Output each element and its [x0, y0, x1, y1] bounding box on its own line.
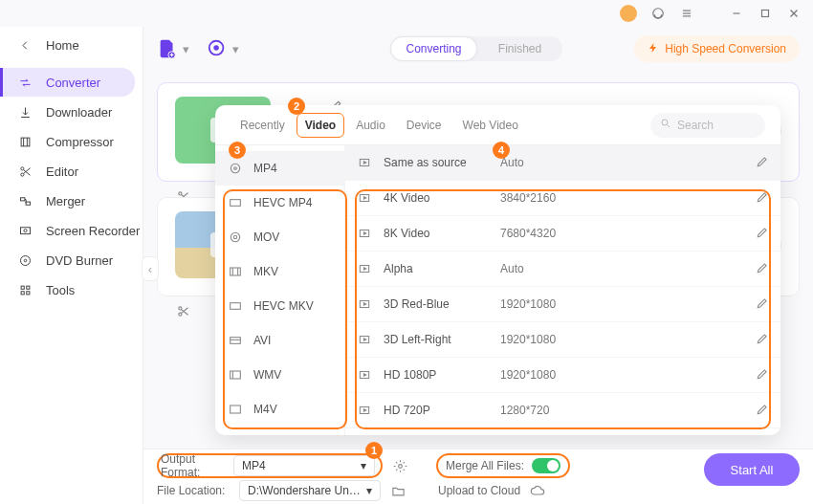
- svg-marker-47: [363, 197, 365, 199]
- tab-web-video[interactable]: Web Video: [453, 111, 528, 140]
- annotation-badge: 3: [229, 142, 246, 159]
- preset-row[interactable]: Same as sourceAuto: [345, 145, 780, 181]
- sidebar-item-compressor[interactable]: Compressor: [0, 127, 143, 156]
- sidebar-back[interactable]: Home: [0, 31, 143, 59]
- folder-icon[interactable]: [390, 483, 406, 498]
- tab-video[interactable]: Video: [297, 113, 344, 138]
- seg-finished[interactable]: Finished: [477, 36, 562, 61]
- format-label: MKV: [253, 265, 278, 278]
- converter-icon: [17, 75, 33, 90]
- file-location-label: File Location:: [157, 484, 230, 497]
- high-speed-badge[interactable]: High Speed Conversion: [634, 35, 800, 62]
- format-item-hevc-mkv[interactable]: HEVC MKV: [215, 289, 344, 323]
- start-all-button[interactable]: Start All: [704, 453, 800, 486]
- sidebar-item-label: Tools: [46, 283, 75, 297]
- svg-rect-19: [21, 291, 24, 294]
- edit-icon[interactable]: [756, 190, 769, 207]
- svg-rect-35: [231, 268, 241, 275]
- mov-icon: [227, 229, 244, 246]
- preset-name: HD 720P: [384, 404, 489, 417]
- edit-icon[interactable]: [756, 261, 769, 277]
- add-file-button[interactable]: ▾: [157, 37, 180, 60]
- sidebar-item-merger[interactable]: Merger: [0, 186, 143, 215]
- format-item-mov[interactable]: MOV: [215, 220, 344, 254]
- format-item-wmv[interactable]: WMV: [215, 358, 344, 392]
- edit-icon[interactable]: [756, 155, 769, 171]
- svg-rect-18: [26, 286, 29, 289]
- tab-device[interactable]: Device: [397, 111, 451, 140]
- preset-row[interactable]: 4K Video3840*2160: [345, 181, 780, 216]
- download-icon: [17, 104, 33, 120]
- file-location-select[interactable]: D:\Wondershare UniConverter 1▾: [239, 480, 381, 501]
- format-label: HEVC MKV: [253, 299, 314, 313]
- video-icon: [357, 155, 372, 170]
- cloud-icon[interactable]: [530, 483, 545, 498]
- svg-point-34: [233, 235, 236, 238]
- tab-recently[interactable]: Recently: [231, 111, 295, 140]
- format-label: MOV: [253, 230, 279, 244]
- format-label: WMV: [253, 368, 281, 382]
- edit-icon[interactable]: [756, 226, 769, 242]
- format-item-m4v[interactable]: M4V: [215, 392, 344, 427]
- user-avatar[interactable]: [620, 5, 637, 22]
- format-search[interactable]: Search: [650, 113, 765, 138]
- preset-row[interactable]: 3D Left-Right1920*1080: [345, 322, 780, 358]
- scissors-icon[interactable]: [176, 304, 190, 321]
- preset-row[interactable]: 8K Video7680*4320: [345, 216, 780, 252]
- preset-name: 3D Left-Right: [384, 333, 489, 346]
- video-icon: [357, 296, 372, 312]
- close-button[interactable]: [786, 6, 802, 21]
- recorder-icon: [17, 223, 33, 238]
- edit-icon[interactable]: [756, 296, 769, 313]
- support-icon[interactable]: [650, 6, 666, 21]
- hevc-icon: [227, 297, 244, 315]
- maximize-button[interactable]: [758, 6, 773, 21]
- annotation-badge: 2: [288, 98, 305, 115]
- preset-resolution: 1280*720: [500, 404, 586, 417]
- preset-row[interactable]: HD 720P1280*720: [345, 393, 780, 428]
- menu-icon[interactable]: [679, 6, 694, 21]
- merge-label: Merge All Files:: [446, 459, 524, 472]
- preset-row[interactable]: AlphaAuto: [345, 252, 780, 287]
- preset-row[interactable]: HD 1080P1920*1080: [345, 358, 780, 393]
- preset-name: Same as source: [384, 156, 489, 169]
- svg-point-25: [179, 192, 182, 195]
- format-item-hevc-mp4[interactable]: HEVC MP4: [215, 186, 344, 220]
- film-icon: [227, 401, 244, 418]
- panel-collapse-handle[interactable]: ‹: [142, 256, 159, 281]
- status-segment[interactable]: Converting Finished: [390, 36, 562, 61]
- video-icon: [357, 190, 372, 206]
- seg-converting[interactable]: Converting: [390, 36, 477, 61]
- grid-icon: [17, 282, 33, 297]
- svg-marker-57: [363, 374, 365, 376]
- topbar: ▾ ▾ Converting Finished High Speed Conve…: [157, 27, 800, 71]
- format-item-avi[interactable]: AVI: [215, 323, 344, 358]
- preset-resolution: 7680*4320: [500, 227, 586, 240]
- svg-point-9: [20, 173, 23, 176]
- add-dvd-button[interactable]: ▾: [207, 37, 230, 60]
- gear-icon[interactable]: [392, 458, 407, 473]
- format-item-mkv[interactable]: MKV: [215, 254, 344, 289]
- output-format-value: MP4: [242, 459, 266, 472]
- main: ▾ ▾ Converting Finished High Speed Conve…: [143, 27, 813, 504]
- minimize-button[interactable]: [729, 6, 744, 21]
- tab-audio[interactable]: Audio: [346, 111, 395, 140]
- sidebar-item-dvd-burner[interactable]: DVD Burner: [0, 246, 143, 274]
- search-icon: [660, 118, 671, 132]
- edit-icon[interactable]: [756, 367, 769, 383]
- output-format-select[interactable]: MP4▾: [233, 455, 375, 476]
- bottom-bar: Output Format: MP4▾ Merge All Files: Fil…: [143, 449, 813, 504]
- preset-row[interactable]: 3D Red-Blue1920*1080: [345, 287, 780, 322]
- sidebar-item-screen-recorder[interactable]: Screen Recorder: [0, 216, 143, 245]
- video-icon: [357, 403, 372, 418]
- upload-cloud-label: Upload to Cloud: [438, 484, 520, 497]
- edit-icon[interactable]: [756, 403, 769, 419]
- sidebar: Home Converter Downloader Compressor Edi…: [0, 27, 143, 504]
- sidebar-item-downloader[interactable]: Downloader: [0, 98, 143, 126]
- edit-icon[interactable]: [756, 332, 769, 348]
- chevron-left-icon: [17, 37, 33, 53]
- sidebar-item-tools[interactable]: Tools: [0, 275, 143, 304]
- sidebar-item-converter[interactable]: Converter: [0, 68, 135, 97]
- sidebar-item-editor[interactable]: Editor: [0, 157, 143, 186]
- merge-toggle[interactable]: [532, 458, 560, 473]
